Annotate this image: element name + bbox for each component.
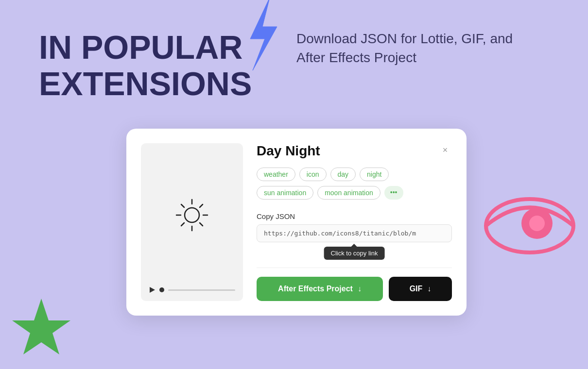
svg-line-12 <box>181 223 184 226</box>
gif-download-icon: ↓ <box>427 285 431 293</box>
play-icon[interactable] <box>149 286 156 293</box>
gif-button[interactable]: GIF ↓ <box>389 277 452 301</box>
svg-line-10 <box>200 223 203 226</box>
tag-moon-animation[interactable]: moon animation <box>317 186 380 200</box>
content-panel: Day Night × weather icon day night sun a… <box>257 143 452 301</box>
after-effects-button[interactable]: After Effects Project ↓ <box>257 277 383 301</box>
tags-row: weather icon day night <box>257 168 452 181</box>
preview-panel <box>141 143 243 301</box>
tag-more[interactable]: ••• <box>384 186 403 200</box>
preview-controls <box>149 286 235 293</box>
dot-indicator <box>159 287 164 292</box>
svg-marker-3 <box>12 299 70 354</box>
tag-sun-animation[interactable]: sun animation <box>257 186 313 200</box>
modal-title: Day Night <box>257 143 320 159</box>
header-subtitle: Download JSON for Lottie, GIF, and After… <box>296 29 530 67</box>
header-section: IN POPULAR EXTENSIONS <box>39 29 252 102</box>
header-title: IN POPULAR EXTENSIONS <box>39 29 252 102</box>
svg-line-11 <box>200 204 203 207</box>
tag-weather[interactable]: weather <box>257 168 295 181</box>
modal-header: Day Night × <box>257 143 452 159</box>
tag-day[interactable]: day <box>330 168 356 181</box>
gif-label: GIF <box>410 285 423 293</box>
svg-point-2 <box>529 216 545 231</box>
close-button[interactable]: × <box>438 143 452 157</box>
sun-animation-preview <box>173 196 211 235</box>
json-url-input[interactable] <box>257 224 452 242</box>
svg-point-4 <box>185 208 199 222</box>
json-input-wrapper: Click to copy link <box>257 224 452 242</box>
modal-card: Day Night × weather icon day night sun a… <box>126 129 467 316</box>
eye-decoration <box>481 189 578 262</box>
progress-bar <box>168 289 235 291</box>
tags-row-2: sun animation moon animation ••• <box>257 186 452 200</box>
tag-icon[interactable]: icon <box>299 168 327 181</box>
ae-download-icon: ↓ <box>358 285 362 293</box>
after-effects-label: After Effects Project <box>278 285 353 293</box>
divider <box>257 268 452 268</box>
copy-tooltip: Click to copy link <box>324 247 385 260</box>
svg-line-9 <box>181 204 184 207</box>
svg-marker-13 <box>150 287 155 293</box>
copy-json-label: Copy JSON <box>257 212 452 220</box>
tag-night[interactable]: night <box>360 168 389 181</box>
action-buttons: After Effects Project ↓ GIF ↓ <box>257 277 452 301</box>
star-decoration <box>10 296 73 359</box>
